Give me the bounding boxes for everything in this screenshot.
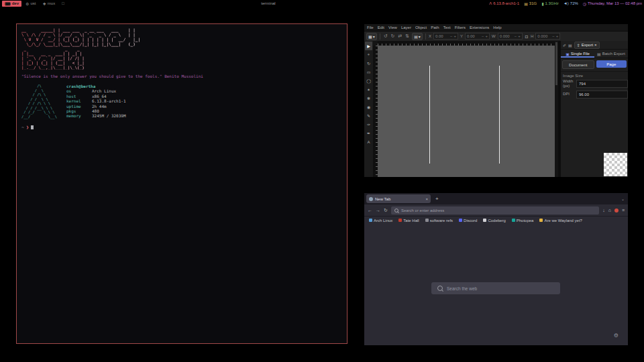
menu-view[interactable]: View <box>388 25 397 29</box>
rotate-ccw-button[interactable]: ↺ <box>383 34 388 39</box>
bookmark-favicon <box>369 219 372 222</box>
menu-button[interactable]: ≡ <box>622 208 625 213</box>
selection-mode-dropdown[interactable]: ▦ ▾ <box>366 33 377 40</box>
bookmark-folder-software-refs[interactable]: software refs <box>425 219 453 223</box>
fetch-row-host: hostx86_64 <box>66 94 126 99</box>
home-button[interactable]: ⌂ <box>608 208 611 213</box>
export-icon: ⇧ <box>577 43 580 48</box>
document-button[interactable]: Document <box>562 60 594 69</box>
bookmark-are-we-wayland-yet[interactable]: Are we Wayland yet? <box>539 219 582 223</box>
rows-icon: ▤ <box>414 34 418 39</box>
decrement-button[interactable]: − <box>515 34 517 38</box>
url-placeholder: Search or enter address <box>401 208 444 213</box>
layers-panel-icon[interactable]: ▤ <box>568 43 572 48</box>
pen-panel-icon[interactable]: ✐ <box>563 43 566 48</box>
tab-single-file[interactable]: ▣ Single File <box>561 50 594 58</box>
bookmark-discord[interactable]: Discord <box>459 219 477 223</box>
tool-text[interactable]: A <box>365 137 372 146</box>
increment-button[interactable]: + <box>485 34 488 38</box>
active-tab[interactable]: New Tab × <box>366 194 431 203</box>
drawing-canvas[interactable] <box>378 46 555 177</box>
bookmark-photopea[interactable]: Photopea <box>512 219 534 223</box>
search-icon <box>394 208 398 213</box>
rotate-cw-button[interactable]: ↻ <box>390 34 396 39</box>
bookmark-favicon <box>398 219 402 222</box>
url-bar[interactable]: Search or enter address <box>391 206 599 215</box>
bookmark-tate-hall[interactable]: Tate Hall <box>398 219 419 223</box>
menu-help[interactable]: Help <box>493 25 501 29</box>
menu-layer[interactable]: Layer <box>401 25 411 29</box>
tool-bezier-pen[interactable]: ✑ <box>365 120 372 129</box>
list-tabs-chevron-icon[interactable]: ⌄ <box>621 196 625 201</box>
workspace-dev[interactable]: ⌨ dev <box>2 1 21 7</box>
vertical-ruler[interactable] <box>373 46 378 177</box>
x-coordinate-spinner[interactable]: 0.00 − + <box>433 33 458 40</box>
tool-ellipse[interactable]: ◯ <box>365 76 372 85</box>
export-width-input[interactable]: 794 <box>576 80 628 88</box>
page-button[interactable]: Page <box>596 60 627 68</box>
dpi-field-row: DPI 96.00 <box>561 90 628 100</box>
increment-button[interactable]: + <box>453 34 456 38</box>
close-tab-icon[interactable]: × <box>425 197 428 201</box>
downloads-button[interactable]: ↓ <box>602 208 605 213</box>
flip-horizontal-button[interactable]: ⇄ <box>397 34 402 39</box>
menu-extensions[interactable]: Extensions <box>470 25 489 29</box>
decrement-button[interactable]: − <box>482 34 484 38</box>
cpu-value: 1.3GHz <box>545 1 559 5</box>
terminal-window[interactable]: __ _____| | ___ ___ _ __ ___ ___ | | \ \… <box>16 23 347 344</box>
tool-star[interactable]: ✶ <box>365 85 372 94</box>
personalize-gear-icon[interactable]: ⚙ <box>614 333 619 339</box>
tool-3d-box[interactable]: ❋ <box>365 94 372 103</box>
clock-icon: ◷ <box>583 1 586 6</box>
decrement-button[interactable]: − <box>450 34 453 38</box>
square-workspace-icon: □ <box>62 1 64 5</box>
horizontal-ruler[interactable] <box>378 41 555 46</box>
increment-button[interactable]: + <box>556 34 559 38</box>
back-button[interactable]: ← <box>368 208 372 213</box>
workspace-4[interactable]: □ <box>59 1 68 6</box>
bookmark-arch-linux[interactable]: Arch Linux <box>369 219 392 223</box>
canvas-scrollbar[interactable] <box>555 41 558 177</box>
workspace-ust[interactable]: ⚙ ust <box>23 1 38 7</box>
new-tab-button[interactable]: + <box>435 196 439 202</box>
extension-button[interactable] <box>614 208 619 213</box>
menu-filters[interactable]: Filters <box>455 25 466 29</box>
workspace-mux[interactable]: ❖ mux <box>40 1 58 7</box>
navigation-bar: ← → ↻ Search or enter address ↓ ⌂ ≡ <box>364 204 628 216</box>
export-panel-tab[interactable]: ⇧ Export × <box>574 42 600 49</box>
bookmark-codeberg[interactable]: Codeberg <box>483 219 505 223</box>
lock-ratio-icon[interactable]: ◘ <box>525 34 529 39</box>
menu-object[interactable]: Object <box>415 25 427 29</box>
scrollbar-thumb[interactable] <box>555 42 557 85</box>
shell-prompt[interactable]: ~❯ <box>21 125 342 130</box>
increment-button[interactable]: + <box>518 34 521 38</box>
tool-shape-builder[interactable]: ↻ <box>365 59 372 68</box>
menu-file[interactable]: File <box>367 25 374 29</box>
decrement-button[interactable]: − <box>552 34 555 38</box>
menu-path[interactable]: Path <box>431 25 439 29</box>
volume-module: ◄) 72% <box>564 1 578 5</box>
menu-text[interactable]: Text <box>443 25 451 29</box>
export-dpi-input[interactable]: 96.00 <box>576 90 628 99</box>
y-coordinate-spinner[interactable]: 0.00 − + <box>465 33 490 40</box>
tab-batch-export[interactable]: ▤ Batch Export <box>594 50 628 58</box>
align-dropdown[interactable]: ▤ ▾ <box>412 33 423 40</box>
menu-edit[interactable]: Edit <box>378 25 384 29</box>
inkscape-body: ▶ ⌖ ↻ ▭ ◯ ✶ ❋ ◉ ✎ ✑ ✒ A <box>364 41 628 177</box>
forward-button[interactable]: → <box>376 208 380 213</box>
bookmark-favicon <box>483 219 486 222</box>
tool-selector[interactable]: ▶ <box>365 42 372 50</box>
height-spinner[interactable]: 0.000 − + <box>535 33 560 40</box>
close-icon[interactable]: × <box>594 43 597 47</box>
reload-button[interactable]: ↻ <box>384 208 388 213</box>
kernel-module: Λ 6.13.8-arch1-1 <box>489 1 519 5</box>
flip-vertical-button[interactable]: ⇅ <box>405 34 410 39</box>
width-spinner[interactable]: 0.000 − + <box>498 33 523 40</box>
tool-pencil[interactable]: ✎ <box>365 111 372 120</box>
web-search-input[interactable]: Search the web <box>431 282 560 294</box>
tool-node-editor[interactable]: ⌖ <box>365 50 372 59</box>
tool-rectangle[interactable]: ▭ <box>365 68 372 76</box>
tool-calligraphy[interactable]: ✒ <box>365 129 372 137</box>
welcome-banner-ascii: __ _____| | ___ ___ _ __ ___ ___ | | \ \… <box>21 27 342 70</box>
tool-spiral[interactable]: ◉ <box>365 103 372 111</box>
